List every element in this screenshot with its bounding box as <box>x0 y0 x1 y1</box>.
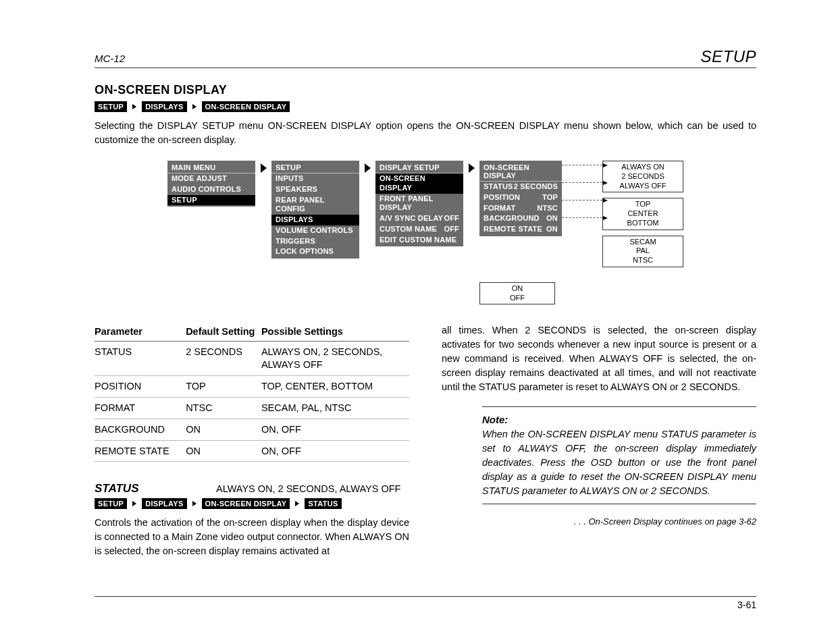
crumb: DISPLAYS <box>142 498 186 509</box>
page-footer: 3-61 <box>95 596 756 610</box>
menu-item-highlighted: ON-SCREEN DISPLAY <box>375 173 463 194</box>
dotted-connectors <box>562 161 602 255</box>
note-body: When the ON-SCREEN DISPLAY menu STATUS p… <box>482 427 756 498</box>
menu-item-highlighted: DISPLAYS <box>271 215 359 225</box>
setup-menu-title: SETUP <box>271 162 359 173</box>
th-default: Default Setting <box>186 323 261 342</box>
header-model: MC-12 <box>95 53 125 64</box>
menu-diagram: MAIN MENU MODE ADJUST AUDIO CONTROLS SET… <box>95 161 756 304</box>
crumb: STATUS <box>305 498 341 509</box>
menu-item: INPUTS <box>271 173 359 184</box>
parameter-table: Parameter Default Setting Possible Setti… <box>95 323 409 462</box>
menu-item: BACKGROUNDON <box>479 213 562 224</box>
table-row: FORMATNTSCSECAM, PAL, NTSC <box>95 397 409 419</box>
page-header: MC-12 SETUP <box>95 47 756 68</box>
arrow-right-icon <box>258 161 269 248</box>
menu-item: POSITIONTOP <box>479 192 562 203</box>
chevron-right-icon <box>130 499 139 508</box>
menu-item: REMOTE STATEON <box>479 224 562 235</box>
main-menu-title: MAIN MENU <box>167 162 255 173</box>
table-row: POSITIONTOPTOP, CENTER, BOTTOM <box>95 375 409 397</box>
status-options-box: ALWAYS ON 2 SECONDS ALWAYS OFF <box>602 161 683 192</box>
menu-item: AUDIO CONTROLS <box>167 184 255 195</box>
crumb: ON-SCREEN DISPLAY <box>202 498 290 509</box>
crumb-displays: DISPLAYS <box>142 101 186 112</box>
crumb-osd: ON-SCREEN DISPLAY <box>202 101 290 112</box>
menu-item: CUSTOM NAMEOFF <box>375 224 463 235</box>
param-name: STATUS <box>95 482 216 495</box>
crumb: SETUP <box>95 498 127 509</box>
osd-menu-title: ON-SCREEN DISPLAY <box>479 162 562 182</box>
chevron-right-icon <box>292 499 302 508</box>
note-box: Note: When the ON-SCREEN DISPLAY menu ST… <box>482 406 756 504</box>
chevron-right-icon <box>130 102 139 111</box>
status-desc-right: all times. When 2 SECONDS is selected, t… <box>442 323 756 394</box>
main-menu-box: MAIN MENU MODE ADJUST AUDIO CONTROLS SET… <box>167 161 255 207</box>
header-section: SETUP <box>700 47 756 66</box>
arrow-right-icon <box>362 161 373 248</box>
param-values: ALWAYS ON, 2 SECONDS, ALWAYS OFF <box>216 483 400 494</box>
menu-item: SPEAKERS <box>271 184 359 195</box>
onoff-options-box: ON OFF <box>479 282 555 305</box>
menu-item: REAR PANEL CONFIG <box>271 195 359 215</box>
intro-paragraph: Selecting the DISPLAY SETUP menu ON-SCRE… <box>95 119 756 147</box>
menu-item: TRIGGERS <box>271 236 359 247</box>
menu-item: STATUS2 SECONDS <box>479 182 562 192</box>
menu-item: FRONT PANEL DISPLAY <box>375 194 463 214</box>
page-number: 3-61 <box>737 599 756 610</box>
display-setup-title: DISPLAY SETUP <box>375 162 463 173</box>
chevron-right-icon <box>190 499 199 508</box>
section-title: ON-SCREEN DISPLAY <box>95 83 756 97</box>
menu-item: EDIT CUSTOM NAME <box>375 235 463 246</box>
status-desc-left: Controls the activation of the on-screen… <box>95 516 409 558</box>
menu-item: FORMATNTSC <box>479 203 562 214</box>
arrow-right-icon <box>466 161 477 248</box>
th-possible: Possible Settings <box>261 323 409 342</box>
status-heading: STATUS ALWAYS ON, 2 SECONDS, ALWAYS OFF <box>95 482 409 495</box>
chevron-right-icon <box>190 102 199 111</box>
table-row: BACKGROUNDONON, OFF <box>95 419 409 440</box>
breadcrumb-top: SETUP DISPLAYS ON-SCREEN DISPLAY <box>95 101 756 112</box>
breadcrumb-status: SETUP DISPLAYS ON-SCREEN DISPLAY STATUS <box>95 498 409 509</box>
menu-item: A/V SYNC DELAYOFF <box>375 213 463 224</box>
setup-menu-box: SETUP INPUTS SPEAKERS REAR PANEL CONFIG … <box>271 161 359 259</box>
table-row: REMOTE STATEONON, OFF <box>95 440 409 462</box>
osd-menu-box: ON-SCREEN DISPLAY STATUS2 SECONDS POSITI… <box>479 161 562 236</box>
menu-item: LOCK OPTIONS <box>271 246 359 257</box>
continues-text: . . . On-Screen Display continues on pag… <box>442 516 756 527</box>
note-title: Note: <box>482 412 756 427</box>
menu-item: VOLUME CONTROLS <box>271 225 359 236</box>
display-setup-box: DISPLAY SETUP ON-SCREEN DISPLAY FRONT PA… <box>375 161 463 246</box>
crumb-setup: SETUP <box>95 101 127 112</box>
position-options-box: TOP CENTER BOTTOM <box>602 198 683 230</box>
table-row: STATUS2 SECONDSALWAYS ON, 2 SECONDS, ALW… <box>95 342 409 376</box>
format-options-box: SECAM PAL NTSC <box>602 236 683 267</box>
menu-item-highlighted: SETUP <box>167 195 255 206</box>
th-parameter: Parameter <box>95 323 186 342</box>
menu-item: MODE ADJUST <box>167 173 255 184</box>
